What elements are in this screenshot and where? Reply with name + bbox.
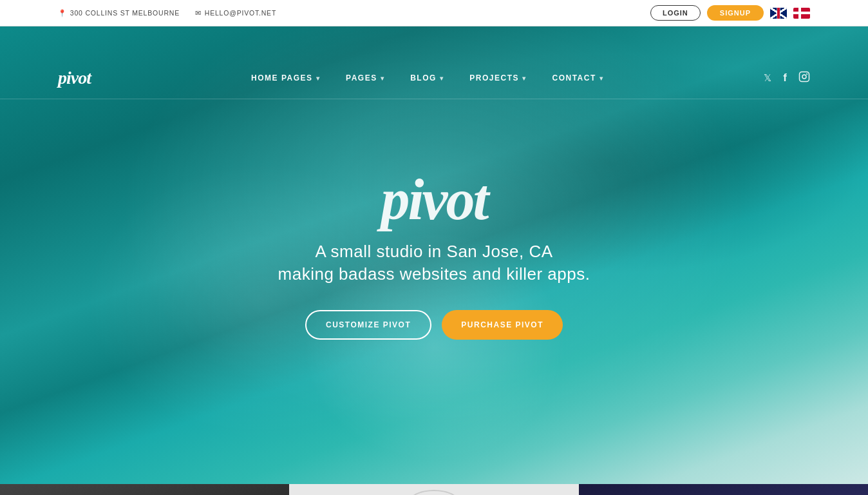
- nav-link-contact[interactable]: CONTACT ▾: [552, 73, 604, 82]
- chevron-icon: ▾: [599, 75, 604, 82]
- twitter-icon: 𝕏: [764, 72, 771, 83]
- hero-logo: pivot: [278, 171, 590, 229]
- site-logo[interactable]: pivot: [58, 68, 91, 88]
- flag-dk[interactable]: [793, 8, 810, 19]
- nav-link-blog[interactable]: BLOG ▾: [410, 73, 444, 82]
- email-text: HELLO@PIVOT.NET: [205, 9, 276, 17]
- bottom-col-3: [579, 484, 868, 495]
- hero-tagline-line2: making badass websites and killer apps.: [278, 264, 590, 284]
- bottom-strip: [0, 484, 868, 495]
- facebook-link[interactable]: f: [783, 72, 787, 84]
- hero-content: pivot A small studio in San Jose, CA mak…: [278, 171, 590, 340]
- nav-social: 𝕏 f: [764, 71, 810, 85]
- svg-point-2: [807, 74, 807, 75]
- customize-button[interactable]: CUSTOMIZE PIVOT: [305, 310, 431, 340]
- nav-link-home-pages[interactable]: HOME PAGES ▾: [251, 73, 320, 82]
- address-text: 300 COLLINS ST MELBOURNE: [70, 9, 180, 17]
- email-item: ✉ HELLO@PIVOT.NET: [195, 9, 276, 17]
- signup-button[interactable]: SIGNUP: [707, 5, 764, 21]
- location-icon: 📍: [58, 9, 67, 17]
- hero-tagline-line1: A small studio in San Jose, CA: [278, 242, 590, 262]
- email-icon: ✉: [195, 9, 202, 17]
- bottom-col-1: [0, 484, 289, 495]
- svg-rect-0: [800, 72, 809, 82]
- nav-item-home-pages[interactable]: HOME PAGES ▾: [251, 73, 320, 82]
- bottom-col-2: [289, 484, 578, 495]
- nav-link-projects[interactable]: PROJECTS ▾: [469, 73, 526, 82]
- login-button[interactable]: LOGIN: [650, 5, 701, 21]
- nav-item-pages[interactable]: PAGES ▾: [346, 73, 384, 82]
- hero-section: pivot HOME PAGES ▾ PAGES ▾ BLOG ▾: [0, 26, 868, 484]
- twitter-link[interactable]: 𝕏: [764, 72, 771, 84]
- chevron-icon: ▾: [440, 75, 444, 82]
- instagram-link[interactable]: [798, 71, 810, 85]
- hero-buttons: CUSTOMIZE PIVOT PURCHASE PIVOT: [278, 310, 590, 340]
- nav-menu: HOME PAGES ▾ PAGES ▾ BLOG ▾ PROJECTS: [251, 73, 603, 82]
- instagram-icon: [798, 73, 810, 84]
- chevron-icon: ▾: [316, 75, 321, 82]
- chevron-icon: ▾: [522, 75, 527, 82]
- chevron-icon: ▾: [381, 75, 385, 82]
- nav-item-blog[interactable]: BLOG ▾: [410, 73, 444, 82]
- top-bar-contact: 📍 300 COLLINS ST MELBOURNE ✉ HELLO@PIVOT…: [58, 9, 276, 17]
- nav-link-pages[interactable]: PAGES ▾: [346, 73, 384, 82]
- flag-uk[interactable]: [770, 8, 787, 19]
- svg-point-1: [802, 75, 806, 79]
- purchase-button[interactable]: PURCHASE PIVOT: [442, 310, 563, 340]
- top-bar: 📍 300 COLLINS ST MELBOURNE ✉ HELLO@PIVOT…: [0, 0, 868, 26]
- top-bar-actions: LOGIN SIGNUP: [650, 5, 810, 21]
- address-item: 📍 300 COLLINS ST MELBOURNE: [58, 9, 180, 17]
- facebook-icon: f: [783, 72, 787, 84]
- nav-item-contact[interactable]: CONTACT ▾: [552, 73, 604, 82]
- nav-item-projects[interactable]: PROJECTS ▾: [469, 73, 526, 82]
- navbar: pivot HOME PAGES ▾ PAGES ▾ BLOG ▾: [0, 57, 868, 99]
